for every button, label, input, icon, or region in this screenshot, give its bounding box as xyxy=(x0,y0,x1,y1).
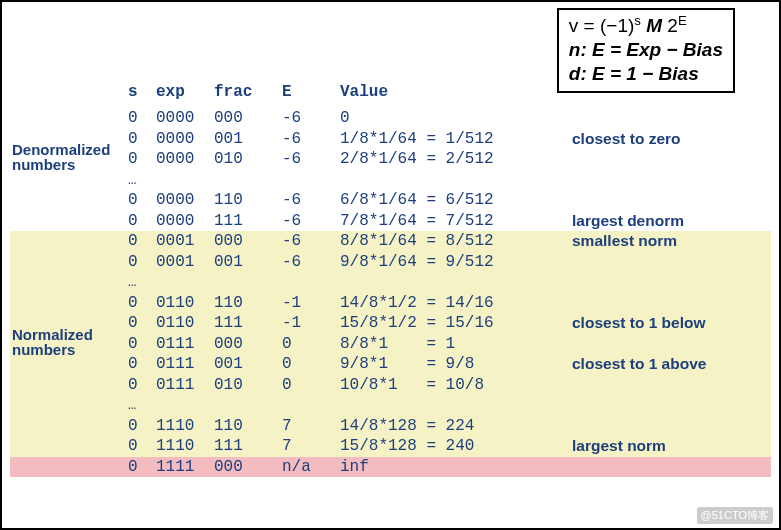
watermark: @51CTO博客 xyxy=(697,507,773,524)
cell-frac: 001 xyxy=(214,355,282,373)
cell-exp: 0000 xyxy=(156,150,214,168)
cell-exp: 0000 xyxy=(156,130,214,148)
cell-value: 15/8*128 = 240 xyxy=(340,437,568,455)
cell-value: 10/8*1 = 10/8 xyxy=(340,376,568,394)
table-row: 01111000n/ainf xyxy=(10,457,771,478)
cell-value: 2/8*1/64 = 2/512 xyxy=(340,150,568,168)
cell-frac: 110 xyxy=(214,191,282,209)
cell-frac: 111 xyxy=(214,314,282,332)
cell-E: -6 xyxy=(282,109,340,127)
cell-s: 0 xyxy=(128,232,156,250)
table-row: … xyxy=(10,272,771,293)
cell-s: 0 xyxy=(128,437,156,455)
cell-E: 7 xyxy=(282,437,340,455)
cell-E: -6 xyxy=(282,150,340,168)
cell-value: 14/8*1/2 = 14/16 xyxy=(340,294,568,312)
cell-E: 0 xyxy=(282,335,340,353)
cell-E: -1 xyxy=(282,294,340,312)
cell-frac: 000 xyxy=(214,458,282,476)
table-row: Normalizednumbers0011100008/8*1 = 1 xyxy=(10,334,771,355)
table-row: 0011100109/8*1 = 9/8closest to 1 above xyxy=(10,354,771,375)
cell-exp: 0000 xyxy=(156,212,214,230)
cell-E: 7 xyxy=(282,417,340,435)
hdr-frac: frac xyxy=(214,83,282,101)
cell-E: -6 xyxy=(282,253,340,271)
table-row: 00000111-67/8*1/64 = 7/512largest denorm xyxy=(10,211,771,232)
cell-value: 9/8*1 = 9/8 xyxy=(340,355,568,373)
cell-s: 0 xyxy=(128,212,156,230)
formula-box: v = (−1)s M 2E n: E = Exp − Bias d: E = … xyxy=(557,8,735,93)
cell-s: 0 xyxy=(128,355,156,373)
cell-frac: 000 xyxy=(214,335,282,353)
cell-frac: 001 xyxy=(214,130,282,148)
cell-E: n/a xyxy=(282,458,340,476)
table-row: … xyxy=(10,395,771,416)
table-row: 01110110714/8*128 = 224 xyxy=(10,416,771,437)
table-row: 00110110-114/8*1/2 = 14/16 xyxy=(10,293,771,314)
cell-s: 0 xyxy=(128,253,156,271)
hdr-exp: exp xyxy=(156,83,214,101)
cell-s: 0 xyxy=(128,109,156,127)
cell-frac: 010 xyxy=(214,376,282,394)
cell-exp: 0111 xyxy=(156,335,214,353)
cell-frac: 111 xyxy=(214,212,282,230)
cell-E: -6 xyxy=(282,232,340,250)
hdr-s: s xyxy=(128,83,156,101)
cell-exp: 0000 xyxy=(156,109,214,127)
ellipsis: … xyxy=(128,397,156,413)
cell-exp: 1111 xyxy=(156,458,214,476)
cell-s: 0 xyxy=(128,191,156,209)
cell-exp: 0000 xyxy=(156,191,214,209)
cell-E: 0 xyxy=(282,376,340,394)
cell-s: 0 xyxy=(128,458,156,476)
cell-exp: 0110 xyxy=(156,294,214,312)
annotation: smallest norm xyxy=(568,232,771,250)
cell-E: -6 xyxy=(282,130,340,148)
cell-value: inf xyxy=(340,458,568,476)
table-row: … xyxy=(10,170,771,191)
cell-s: 0 xyxy=(128,417,156,435)
cell-exp: 0111 xyxy=(156,355,214,373)
cell-s: 0 xyxy=(128,150,156,168)
hdr-E: E xyxy=(282,83,340,101)
annotation: closest to 1 below xyxy=(568,314,771,332)
cell-value: 1/8*1/64 = 1/512 xyxy=(340,130,568,148)
formula-line-2: n: E = Exp − Bias xyxy=(569,38,723,62)
cell-exp: 0001 xyxy=(156,253,214,271)
cell-E: 0 xyxy=(282,355,340,373)
cell-frac: 001 xyxy=(214,253,282,271)
label-normalized: Normalizednumbers xyxy=(10,327,128,357)
table-row: 00001001-69/8*1/64 = 9/512 xyxy=(10,252,771,273)
table-row: 00111010010/8*1 = 10/8 xyxy=(10,375,771,396)
cell-frac: 110 xyxy=(214,294,282,312)
cell-value: 15/8*1/2 = 15/16 xyxy=(340,314,568,332)
cell-s: 0 xyxy=(128,314,156,332)
cell-exp: 1110 xyxy=(156,417,214,435)
cell-frac: 111 xyxy=(214,437,282,455)
cell-frac: 000 xyxy=(214,109,282,127)
ellipsis: … xyxy=(128,274,156,290)
cell-frac: 000 xyxy=(214,232,282,250)
cell-exp: 0110 xyxy=(156,314,214,332)
cell-E: -6 xyxy=(282,191,340,209)
table-row: 00001000-68/8*1/64 = 8/512smallest norm xyxy=(10,231,771,252)
cell-value: 14/8*128 = 224 xyxy=(340,417,568,435)
table-row: 00000000-60 xyxy=(10,108,771,129)
cell-value: 8/8*1 = 1 xyxy=(340,335,568,353)
cell-value: 9/8*1/64 = 9/512 xyxy=(340,253,568,271)
cell-s: 0 xyxy=(128,335,156,353)
label-denormalized: Denormalizednumbers xyxy=(10,142,128,172)
cell-value: 8/8*1/64 = 8/512 xyxy=(340,232,568,250)
cell-exp: 0001 xyxy=(156,232,214,250)
cell-value: 6/8*1/64 = 6/512 xyxy=(340,191,568,209)
table-row: 01110111715/8*128 = 240largest norm xyxy=(10,436,771,457)
table-row: 00000110-66/8*1/64 = 6/512 xyxy=(10,190,771,211)
cell-E: -6 xyxy=(282,212,340,230)
annotation: largest norm xyxy=(568,437,771,455)
cell-E: -1 xyxy=(282,314,340,332)
cell-s: 0 xyxy=(128,294,156,312)
annotation: largest denorm xyxy=(568,212,771,230)
table-row: Denormalizednumbers00000010-62/8*1/64 = … xyxy=(10,149,771,170)
cell-s: 0 xyxy=(128,376,156,394)
hdr-val: Value xyxy=(340,83,568,101)
